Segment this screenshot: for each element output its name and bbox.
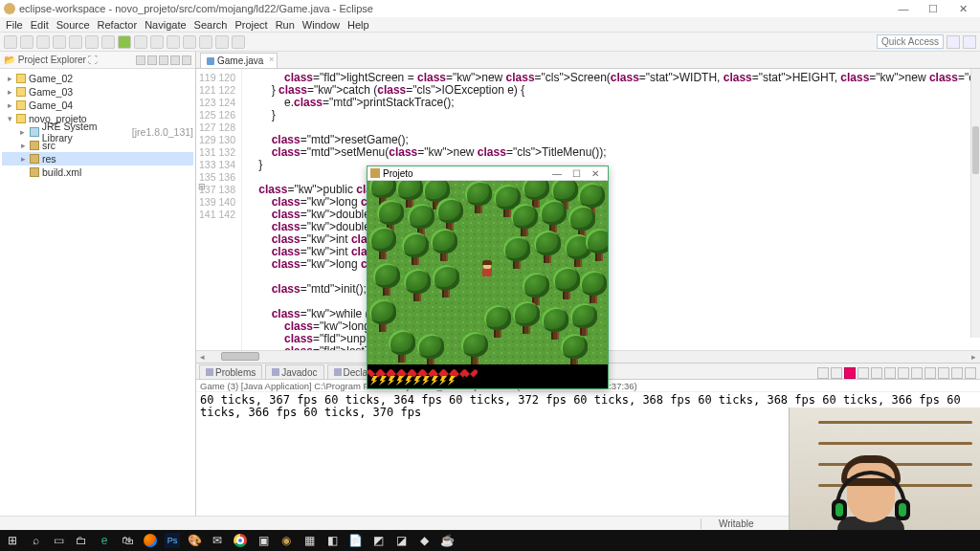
folder-icon	[30, 141, 39, 150]
store-icon[interactable]: 🛍	[119, 532, 136, 549]
back-icon[interactable]	[215, 35, 229, 49]
tree-item[interactable]: ▸JRE System Library [jre1.8.0_131]	[2, 125, 193, 139]
file-explorer-icon[interactable]: 🗀	[73, 532, 90, 549]
view-menu-icon[interactable]	[159, 55, 168, 65]
save-icon[interactable]	[20, 35, 33, 49]
menu-refactor[interactable]: Refactor	[98, 19, 138, 31]
game-canvas[interactable]	[368, 181, 608, 364]
display-selected-icon[interactable]	[831, 367, 842, 379]
maximize-button[interactable]: ☐	[920, 3, 947, 15]
start-button[interactable]: ⊞	[4, 532, 21, 549]
scroll-lock-icon[interactable]	[898, 367, 909, 379]
task-view-icon[interactable]: ▭	[50, 532, 67, 549]
app3-icon[interactable]: ◩	[369, 532, 387, 549]
new-class-icon[interactable]	[183, 35, 196, 49]
window-buttons: — ☐ ✕	[890, 3, 976, 15]
tree-item[interactable]: ▸res	[2, 152, 193, 165]
tree-item[interactable]: build.xml	[2, 165, 193, 179]
maximize-view-icon[interactable]	[182, 55, 191, 65]
menu-help[interactable]: Help	[347, 19, 369, 31]
tree-item[interactable]: ▸Game_04	[2, 99, 193, 112]
new-package-icon[interactable]	[167, 35, 180, 49]
open-type-icon[interactable]	[69, 35, 82, 49]
min-bottom-icon[interactable]	[951, 367, 963, 379]
menu-edit[interactable]: Edit	[31, 19, 49, 31]
build-icon[interactable]	[53, 35, 66, 49]
remove-all-icon[interactable]	[871, 367, 882, 379]
forward-icon[interactable]	[232, 35, 245, 49]
tree-sprite	[371, 263, 402, 298]
tree-item[interactable]: ▸Game_03	[2, 85, 193, 99]
max-bottom-icon[interactable]	[965, 367, 976, 379]
word-wrap-icon[interactable]	[911, 367, 923, 379]
tree-sprite	[415, 334, 446, 364]
clear-console-icon[interactable]	[884, 367, 896, 379]
game-titlebar[interactable]: Projeto — ☐ ✕	[368, 166, 608, 181]
bottom-tab-problems[interactable]: Problems	[199, 364, 262, 379]
folder-icon	[30, 154, 39, 164]
bolt-icon	[431, 376, 438, 386]
editor-tab-game[interactable]: Game.java	[200, 53, 278, 68]
menu-search[interactable]: Search	[194, 19, 228, 31]
pin-console-icon[interactable]	[817, 367, 829, 379]
paint-icon[interactable]: 🎨	[186, 532, 203, 549]
menu-source[interactable]: Source	[56, 19, 90, 31]
project-icon	[16, 100, 26, 110]
java-running-icon[interactable]: ☕	[438, 532, 456, 549]
ext-tools-icon[interactable]	[150, 35, 164, 49]
webcam-overlay	[789, 408, 980, 530]
minimize-button[interactable]: —	[890, 3, 917, 14]
search-icon[interactable]	[85, 35, 99, 49]
open-task-icon[interactable]	[199, 35, 212, 49]
show-console-icon[interactable]	[924, 367, 936, 379]
vertical-scrollbar[interactable]	[970, 69, 980, 338]
firefox-icon[interactable]	[142, 532, 159, 549]
menu-run[interactable]: Run	[276, 19, 295, 31]
bottom-tab-javadoc[interactable]: Javadoc	[265, 364, 323, 379]
java-perspective-icon[interactable]	[947, 35, 960, 49]
app2-icon[interactable]: ◧	[323, 532, 341, 549]
remove-launch-icon[interactable]	[858, 367, 869, 379]
menu-window[interactable]: Window	[302, 19, 340, 31]
app5-icon[interactable]: ◆	[415, 532, 433, 549]
debug-icon[interactable]	[101, 35, 115, 49]
game-hud	[368, 364, 608, 388]
windows-taskbar[interactable]: ⊞ ⌕ ▭ 🗀 e 🛍 Ps 🎨 ✉ ▣ ◉ ▦ ◧ 📄 ◩ ◪ ◆ ☕	[0, 530, 980, 551]
menu-navigate[interactable]: Navigate	[145, 19, 186, 31]
view-header: 📂 Project Explorer ⛶	[0, 52, 195, 69]
tree-sprite	[429, 229, 459, 263]
photoshop-icon[interactable]: Ps	[165, 533, 180, 548]
minimize-view-icon[interactable]	[170, 55, 180, 65]
search-taskbar-icon[interactable]: ⌕	[27, 532, 44, 549]
collapse-all-icon[interactable]	[136, 55, 145, 65]
app-icon[interactable]: ▦	[301, 532, 318, 549]
notepad-icon[interactable]: 📄	[346, 532, 364, 549]
game-window[interactable]: Projeto — ☐ ✕	[367, 165, 609, 389]
mail-icon[interactable]: ✉	[209, 532, 226, 549]
menu-file[interactable]: File	[6, 19, 23, 31]
project-tree[interactable]: ▸Game_02▸Game_03▸Game_04▾novo_projeto▸JR…	[0, 69, 195, 182]
terminal-icon[interactable]: ▣	[255, 532, 272, 549]
game-close-button[interactable]: ✕	[586, 168, 605, 179]
chrome-icon[interactable]	[232, 532, 249, 549]
link-editor-icon[interactable]	[147, 55, 157, 65]
save-all-icon[interactable]	[36, 35, 50, 49]
debug-perspective-icon[interactable]	[963, 35, 976, 49]
run-icon[interactable]	[118, 35, 131, 49]
app4-icon[interactable]: ◪	[392, 532, 410, 549]
tree-item[interactable]: ▸Game_02	[2, 72, 193, 85]
edge-icon[interactable]: e	[96, 532, 113, 549]
menu-project[interactable]: Project	[234, 19, 267, 31]
java-file-icon	[207, 57, 214, 65]
quick-access-input[interactable]	[877, 34, 944, 49]
coverage-icon[interactable]	[134, 35, 147, 49]
project-icon	[16, 87, 26, 97]
tree-sprite	[568, 303, 599, 338]
new-icon[interactable]	[4, 35, 17, 49]
close-button[interactable]: ✕	[949, 3, 976, 15]
open-console-icon[interactable]	[938, 367, 949, 379]
eclipse-taskbar-icon[interactable]: ◉	[278, 532, 295, 549]
game-minimize-button[interactable]: —	[547, 168, 567, 179]
game-maximize-button[interactable]: ☐	[567, 168, 586, 179]
terminate-icon[interactable]	[844, 367, 856, 379]
